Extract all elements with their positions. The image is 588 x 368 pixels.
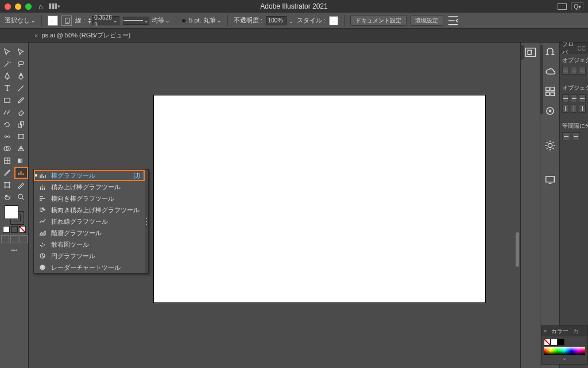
dock-tab-handle[interactable] <box>540 45 543 114</box>
pen-tool[interactable] <box>1 70 14 82</box>
type-tool[interactable]: T <box>1 82 14 94</box>
align-icon[interactable] <box>447 15 459 26</box>
gradient-mode-icon[interactable] <box>11 226 18 233</box>
stroke-swatch[interactable] <box>61 16 72 26</box>
align-icon[interactable] <box>562 105 569 113</box>
graphic-style-swatch[interactable] <box>329 16 338 25</box>
color-panel-tab[interactable]: カラー <box>551 327 568 335</box>
width-tool[interactable] <box>1 131 14 143</box>
align-icon[interactable] <box>571 105 578 113</box>
align-icon[interactable] <box>579 94 586 102</box>
flyout-area-graph[interactable]: 階層グラフツール <box>34 227 145 239</box>
tab-cc[interactable]: CC <box>578 45 586 52</box>
draw-behind-icon[interactable] <box>10 235 18 243</box>
align-hcenter-icon[interactable] <box>571 67 578 75</box>
eyedropper-tool[interactable] <box>1 167 14 179</box>
document-tab-label[interactable]: ps.ai @ 50% (RGB/プレビュー) <box>41 31 130 40</box>
align-left-icon[interactable] <box>562 67 569 75</box>
hand-tool[interactable] <box>1 191 14 203</box>
align-right-icon[interactable] <box>579 67 586 75</box>
workspace-switcher-icon[interactable]: ▾ <box>49 3 60 9</box>
stepper-icon[interactable]: ▴▾ <box>88 17 91 24</box>
arrange-docs-icon[interactable] <box>558 3 567 10</box>
white-swatch[interactable] <box>551 339 558 346</box>
shaper-tool[interactable] <box>1 106 14 118</box>
direct-selection-tool[interactable] <box>14 46 28 58</box>
fill-swatch[interactable] <box>48 16 58 26</box>
color-panel-tab2[interactable]: カ <box>573 327 579 335</box>
color-spectrum[interactable] <box>544 347 585 355</box>
scale-tool[interactable] <box>14 118 28 131</box>
document-setup-button[interactable]: ドキュメント設定 <box>350 15 407 26</box>
flyout-radar-graph[interactable]: レーダーチャートツール <box>34 262 145 273</box>
flyout-scatter-graph[interactable]: 散布図ツール <box>34 239 145 250</box>
none-mode-icon[interactable] <box>19 226 26 233</box>
home-icon[interactable]: ⌂ <box>38 2 43 11</box>
curvature-tool[interactable] <box>14 70 28 82</box>
stroke-weight-field[interactable]: ▴▾ 0.3528 n <box>88 16 119 25</box>
libraries-icon[interactable] <box>524 46 537 59</box>
line-tool[interactable] <box>14 82 28 94</box>
distribute-icon[interactable] <box>572 132 580 140</box>
none-swatch-icon[interactable] <box>544 339 551 346</box>
eraser-tool[interactable] <box>14 106 28 118</box>
magic-wand-tool[interactable] <box>1 58 14 70</box>
stroke-weight-value[interactable]: 0.3528 n <box>92 16 119 25</box>
perspective-tool[interactable] <box>14 143 28 155</box>
shape-builder-tool[interactable] <box>1 143 14 155</box>
zoom-tool[interactable] <box>14 191 28 203</box>
flyout-stacked-bar-graph[interactable]: 横向き積み上げ棒グラフツール <box>34 204 145 216</box>
column-graph-tool[interactable] <box>14 167 28 179</box>
flyout-stacked-column-graph[interactable]: 積み上げ棒グラフツール <box>34 181 145 193</box>
fill-stroke-indicator[interactable] <box>5 205 24 225</box>
title-bar: ⌂ ▾ Adobe Illustrator 2021 Q▾ <box>0 0 588 13</box>
vertical-scrollbar[interactable] <box>516 232 519 267</box>
stroke-profile[interactable] <box>123 17 149 25</box>
tearoff-handle[interactable] <box>145 170 148 273</box>
lasso-tool[interactable] <box>14 58 28 70</box>
rotate-tool[interactable] <box>1 118 14 131</box>
panel-expand-icon[interactable]: ⌄ <box>544 355 585 362</box>
artboard-tool[interactable] <box>1 179 14 191</box>
swatches-icon[interactable] <box>544 85 556 98</box>
brush-label[interactable]: 5 pt. 丸筆 <box>189 16 221 25</box>
flyout-pie-graph[interactable]: 円グラフツール <box>34 250 145 262</box>
panel-close-icon[interactable]: × <box>544 328 547 334</box>
selection-indicator[interactable]: 選択なし <box>5 16 36 25</box>
edit-toolbar-icon[interactable]: ••• <box>11 247 18 254</box>
slice-tool[interactable] <box>14 179 28 191</box>
color-mode-icon[interactable] <box>3 226 10 233</box>
flyout-line-graph[interactable]: 折れ線グラフツール <box>34 216 145 227</box>
opacity-value[interactable]: 100% <box>266 16 287 25</box>
align-icon[interactable] <box>579 105 586 113</box>
black-swatch[interactable] <box>558 339 564 346</box>
opacity-chevron-icon[interactable] <box>288 17 293 24</box>
close-tab-icon[interactable]: × <box>34 32 38 39</box>
artboard[interactable] <box>154 95 485 302</box>
selection-tool[interactable] <box>1 46 14 58</box>
fill-box[interactable] <box>5 205 18 219</box>
monitor-icon[interactable] <box>544 174 556 186</box>
zoom-window-icon[interactable] <box>25 3 32 10</box>
cloud-icon[interactable] <box>544 66 556 78</box>
search-field[interactable]: Q▾ <box>571 2 583 10</box>
free-transform-tool[interactable] <box>14 131 28 143</box>
dock-tab-handle[interactable] <box>521 45 524 60</box>
distribute-icon[interactable] <box>562 132 570 140</box>
flyout-column-graph[interactable]: 棒グラフツール (J) <box>34 170 145 181</box>
gradient-tool[interactable] <box>14 155 28 167</box>
paintbrush-tool[interactable] <box>14 94 28 106</box>
align-icon[interactable] <box>571 94 578 102</box>
close-window-icon[interactable] <box>5 3 11 10</box>
preferences-button[interactable]: 環境設定 <box>410 15 443 26</box>
rectangle-tool[interactable] <box>1 94 14 106</box>
draw-inside-icon[interactable] <box>20 235 28 243</box>
align-icon[interactable] <box>562 94 569 102</box>
flyout-bar-graph[interactable]: 横向き棒グラフツール <box>34 193 145 204</box>
appearance-icon[interactable] <box>544 105 556 117</box>
snap-icon[interactable] <box>544 46 556 59</box>
sun-icon[interactable] <box>544 139 556 152</box>
minimize-window-icon[interactable] <box>15 3 21 10</box>
mesh-tool[interactable] <box>1 155 14 167</box>
draw-normal-icon[interactable] <box>1 235 9 243</box>
